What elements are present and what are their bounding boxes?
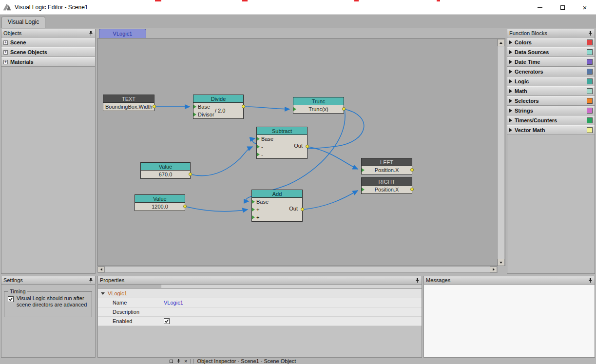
function-block-item-data-sources[interactable]: Data Sources [507,47,595,57]
scroll-left-button[interactable] [97,267,105,272]
restore-panel-icon[interactable] [170,360,173,363]
input-port[interactable] [252,215,255,219]
function-block-item-selectors[interactable]: Selectors [507,96,595,106]
function-block-item-date-time[interactable]: Date Time [507,57,595,67]
output-port[interactable] [301,208,304,211]
run-after-directors-checkbox[interactable] [8,296,14,302]
tab-visual-logic[interactable]: Visual Logic [1,17,45,28]
objects-item-scene-objects[interactable]: + Scene Objects [1,47,95,57]
node-title[interactable]: Value [135,195,185,203]
node-title[interactable]: LEFT [362,158,412,166]
function-block-item-math[interactable]: Math [507,86,595,96]
node-graph-canvas[interactable]: TEXT BoundingBox.Width Divide Base Divis… [97,38,505,266]
property-row-enabled[interactable]: Enabled [98,317,422,326]
expand-plus-icon[interactable]: + [3,50,8,55]
scroll-down-button[interactable] [498,259,504,266]
maximize-button[interactable] [551,0,574,15]
input-port[interactable] [257,145,260,149]
collapsed-arrow-icon[interactable] [509,40,512,44]
input-port[interactable] [293,107,296,111]
output-port[interactable] [183,205,187,208]
function-block-item-timers-counters[interactable]: Timers/Counters [507,115,595,125]
node-add[interactable]: Add Base + + Out [251,190,303,222]
expanded-arrow-icon[interactable] [101,292,105,295]
pin-icon[interactable] [588,31,593,36]
object-inspector-caption[interactable]: Object Inspector - Scene1 - Scene Object [197,358,296,364]
objects-item-scene[interactable]: + Scene [1,38,95,47]
output-port[interactable] [410,188,414,191]
output-port[interactable] [306,145,309,148]
close-panel-icon[interactable]: × [184,358,187,364]
close-button[interactable]: × [574,0,596,15]
node-right[interactable]: RIGHT Position.X [361,177,412,194]
node-value-670[interactable]: Value 670.0 [140,162,191,179]
minimize-button[interactable] [529,0,551,15]
objects-item-materials[interactable]: + Materials [1,57,95,67]
node-value-1200[interactable]: Value 1200.0 [135,194,185,211]
output-port[interactable] [189,172,192,176]
collapsed-arrow-icon[interactable] [509,128,512,132]
wire-subtract-to-left[interactable] [308,147,358,169]
collapsed-arrow-icon[interactable] [509,109,512,113]
input-port[interactable] [257,153,260,156]
output-port[interactable] [242,105,245,108]
function-block-item-strings[interactable]: Strings [507,106,595,115]
node-title[interactable]: Add [252,190,302,198]
node-divide[interactable]: Divide Base Divisor / 2.0 [193,95,244,119]
collapsed-arrow-icon[interactable] [509,60,512,64]
node-text[interactable]: TEXT BoundingBox.Width [103,95,154,111]
wire-value670-to-subtract[interactable] [191,147,252,176]
tab-vlogic1[interactable]: VLogic1 [99,29,146,38]
node-trunc[interactable]: Trunc Trunc(x) [293,97,344,114]
function-block-item-generators[interactable]: Generators [507,67,595,77]
property-value[interactable]: VLogic1 [164,300,422,306]
wire-value1200-to-add[interactable] [186,207,248,211]
input-port[interactable] [252,208,255,211]
input-port[interactable] [252,200,255,204]
node-title[interactable]: Trunc [293,97,344,105]
collapsed-arrow-icon[interactable] [509,79,512,83]
function-block-item-logic[interactable]: Logic [507,77,595,86]
input-port[interactable] [257,137,260,141]
pin-icon[interactable] [588,278,593,283]
scroll-right-button[interactable] [490,267,497,272]
pin-icon[interactable] [176,359,181,364]
collapsed-arrow-icon[interactable] [509,50,512,54]
expand-plus-icon[interactable]: + [3,60,8,64]
property-row-name[interactable]: Name VLogic1 [98,298,422,307]
wire-divide-to-trunc[interactable] [244,107,289,109]
property-row-description[interactable]: Description [98,307,422,317]
splitter-thumb[interactable] [98,285,161,288]
output-port[interactable] [410,168,414,172]
pin-icon[interactable] [88,31,94,36]
input-port[interactable] [193,113,196,116]
pin-icon[interactable] [88,278,94,283]
output-port[interactable] [342,107,346,111]
node-title[interactable]: Subtract [257,127,307,135]
node-title[interactable]: Divide [193,95,243,103]
expand-plus-icon[interactable]: + [3,40,8,45]
properties-root-row[interactable]: VLogic1 [98,289,422,298]
properties-column-splitter[interactable] [98,285,422,288]
divisor-value[interactable]: / 2.0 [215,107,225,115]
input-port[interactable] [362,188,365,192]
scroll-up-button[interactable] [498,39,504,46]
node-left[interactable]: LEFT Position.X [361,158,412,174]
wire-add-to-right[interactable] [303,191,358,210]
node-title[interactable]: RIGHT [362,178,412,186]
collapsed-arrow-icon[interactable] [509,70,512,74]
function-block-item-vector-math[interactable]: Vector Math [507,125,595,135]
node-title[interactable]: TEXT [103,95,154,103]
function-block-item-colors[interactable]: Colors [507,38,595,47]
collapsed-arrow-icon[interactable] [509,118,512,122]
node-value[interactable]: 1200.0 [135,203,185,211]
output-port[interactable] [153,105,156,108]
input-port[interactable] [362,168,365,172]
enabled-checkbox[interactable] [164,318,170,324]
canvas-vertical-scrollbar[interactable] [497,39,504,266]
collapsed-arrow-icon[interactable] [509,89,512,93]
canvas-horizontal-scrollbar[interactable] [97,266,498,273]
node-value[interactable]: 670.0 [141,171,190,178]
node-title[interactable]: Value [141,163,190,171]
collapsed-arrow-icon[interactable] [509,99,512,103]
